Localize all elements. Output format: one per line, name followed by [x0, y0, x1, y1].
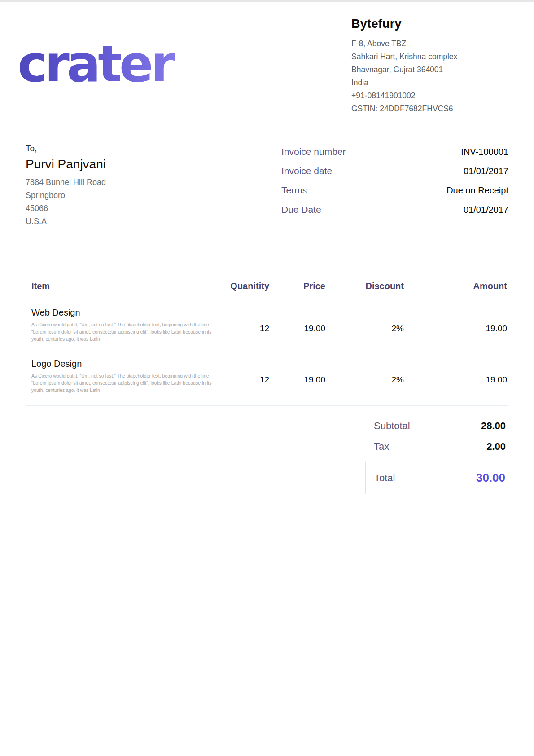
invoice-date-value: 01/01/2017 — [464, 166, 508, 176]
item-quantity: 12 — [224, 308, 269, 343]
invoice-header: crater Bytefury F-8, Above TBZ Sahkari H… — [0, 2, 534, 131]
company-name: Bytefury — [351, 17, 508, 31]
due-date-row: Due Date 01/01/2017 — [281, 204, 508, 215]
items-divider — [26, 405, 508, 406]
subtotal-value: 28.00 — [481, 420, 506, 432]
terms-row: Terms Due on Receipt — [281, 185, 508, 196]
item-quantity: 12 — [224, 359, 269, 394]
invoice-date-label: Invoice date — [281, 166, 332, 176]
item-amount: 19.00 — [404, 359, 507, 394]
item-cell: Logo Design As Cicero would put it, “Um,… — [31, 359, 224, 394]
logo-text: crater — [20, 35, 175, 93]
invoice-meta: Invoice number INV-100001 Invoice date 0… — [281, 144, 508, 228]
company-info: Bytefury F-8, Above TBZ Sahkari Hart, Kr… — [351, 17, 508, 115]
invoice-number-row: Invoice number INV-100001 — [281, 146, 508, 157]
item-price: 19.00 — [269, 359, 325, 394]
company-address-line: Sahkari Hart, Krishna complex — [351, 50, 508, 63]
col-header-quantity: Quanitity — [224, 281, 269, 291]
company-gstin: GSTIN: 24DDF7682FHVCS6 — [351, 102, 508, 115]
terms-label: Terms — [281, 185, 307, 196]
company-phone: +91-08141901002 — [351, 89, 508, 102]
tax-row: Tax 2.00 — [365, 441, 515, 453]
due-date-value: 01/01/2017 — [464, 205, 508, 215]
subtotal-label: Subtotal — [374, 420, 410, 432]
grand-total-box: Total 30.00 — [365, 462, 515, 494]
bill-to-address-line: Springboro — [26, 189, 281, 202]
item-amount: 19.00 — [404, 308, 507, 343]
company-address-line: F-8, Above TBZ — [351, 37, 508, 50]
item-price: 19.00 — [269, 308, 325, 343]
bill-to-prefix: To, — [26, 144, 281, 154]
bill-to-block: To, Purvi Panjvani 7884 Bunnel Hill Road… — [26, 144, 281, 228]
grand-total-value: 30.00 — [476, 471, 505, 485]
bill-to-name: Purvi Panjvani — [26, 157, 281, 171]
bill-to-address-line: U.S.A — [26, 215, 281, 228]
billing-section: To, Purvi Panjvani 7884 Bunnel Hill Road… — [0, 131, 534, 228]
items-table: Item Quanitity Price Discount Amount Web… — [31, 281, 507, 394]
bill-to-address-line: 45066 — [26, 202, 281, 215]
invoice-number-value: INV-100001 — [461, 147, 508, 157]
col-header-discount: Discount — [325, 281, 404, 291]
item-name: Web Design — [31, 308, 224, 318]
crater-logo-icon: crater — [20, 33, 222, 93]
invoice-date-row: Invoice date 01/01/2017 — [281, 166, 508, 176]
crater-logo: crater — [20, 33, 222, 100]
col-header-amount: Amount — [404, 281, 507, 291]
tax-value: 2.00 — [486, 441, 506, 453]
item-description: As Cicero would put it, “Um, not so fast… — [31, 372, 219, 394]
company-address-line: India — [351, 76, 508, 89]
item-discount: 2% — [325, 308, 404, 343]
due-date-label: Due Date — [281, 204, 321, 215]
item-name: Logo Design — [31, 359, 224, 369]
invoice-number-label: Invoice number — [281, 146, 346, 157]
terms-value: Due on Receipt — [446, 185, 508, 196]
grand-total-label: Total — [374, 472, 395, 484]
subtotal-row: Subtotal 28.00 — [365, 420, 515, 432]
item-discount: 2% — [325, 359, 404, 394]
items-table-header: Item Quanitity Price Discount Amount — [31, 281, 507, 291]
item-cell: Web Design As Cicero would put it, “Um, … — [31, 308, 224, 343]
col-header-price: Price — [269, 281, 325, 291]
bill-to-address-line: 7884 Bunnel Hill Road — [26, 176, 281, 189]
company-address-line: Bhavnagar, Gujrat 364001 — [351, 63, 508, 76]
table-row: Logo Design As Cicero would put it, “Um,… — [31, 359, 507, 394]
col-header-item: Item — [31, 281, 224, 291]
tax-label: Tax — [374, 441, 389, 453]
table-row: Web Design As Cicero would put it, “Um, … — [31, 308, 507, 343]
item-description: As Cicero would put it, “Um, not so fast… — [31, 321, 219, 343]
totals-section: Subtotal 28.00 Tax 2.00 Total 30.00 — [0, 420, 515, 494]
